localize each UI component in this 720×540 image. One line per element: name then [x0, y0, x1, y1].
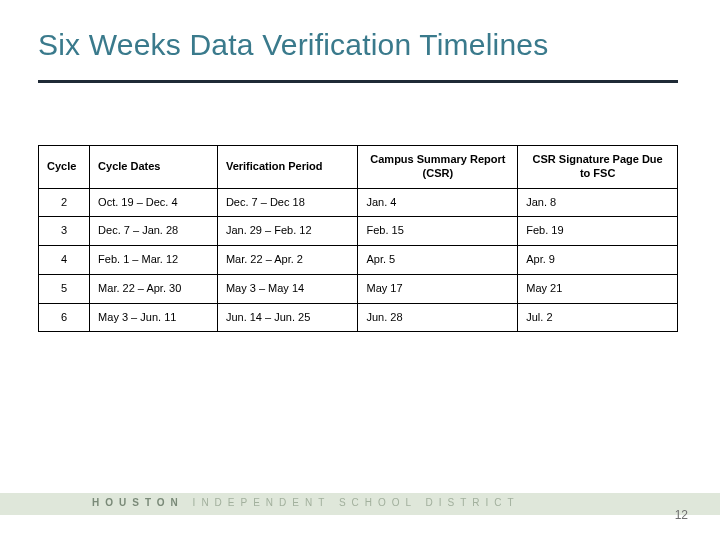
- cell-verification: Dec. 7 – Dec 18: [217, 188, 358, 217]
- header-cycle: Cycle: [39, 146, 90, 189]
- cell-dates: Oct. 19 – Dec. 4: [90, 188, 218, 217]
- cell-sig: Apr. 9: [518, 246, 678, 275]
- cell-verification: Jan. 29 – Feb. 12: [217, 217, 358, 246]
- title-divider: [38, 80, 678, 83]
- header-csr-signature: CSR Signature Page Due to FSC: [518, 146, 678, 189]
- footer-brand-dark: HOUSTON: [92, 497, 184, 508]
- cell-verification: Jun. 14 – Jun. 25: [217, 303, 358, 332]
- cell-cycle: 2: [39, 188, 90, 217]
- cell-sig: Jul. 2: [518, 303, 678, 332]
- timeline-table: Cycle Cycle Dates Verification Period Ca…: [38, 145, 678, 332]
- footer-brand: HOUSTON INDEPENDENT SCHOOL DISTRICT: [92, 497, 520, 508]
- page-title: Six Weeks Data Verification Timelines: [38, 28, 548, 62]
- cell-verification: May 3 – May 14: [217, 274, 358, 303]
- footer-bar: HOUSTON INDEPENDENT SCHOOL DISTRICT: [0, 493, 720, 515]
- table-row: 2 Oct. 19 – Dec. 4 Dec. 7 – Dec 18 Jan. …: [39, 188, 678, 217]
- header-cycle-dates: Cycle Dates: [90, 146, 218, 189]
- table-row: 3 Dec. 7 – Jan. 28 Jan. 29 – Feb. 12 Feb…: [39, 217, 678, 246]
- cell-csr: Feb. 15: [358, 217, 518, 246]
- cell-csr: May 17: [358, 274, 518, 303]
- cell-dates: Mar. 22 – Apr. 30: [90, 274, 218, 303]
- cell-dates: May 3 – Jun. 11: [90, 303, 218, 332]
- cell-cycle: 6: [39, 303, 90, 332]
- cell-verification: Mar. 22 – Apr. 2: [217, 246, 358, 275]
- table-row: 5 Mar. 22 – Apr. 30 May 3 – May 14 May 1…: [39, 274, 678, 303]
- header-verification-period: Verification Period: [217, 146, 358, 189]
- header-csr: Campus Summary Report (CSR): [358, 146, 518, 189]
- cell-sig: Feb. 19: [518, 217, 678, 246]
- cell-cycle: 4: [39, 246, 90, 275]
- cell-sig: May 21: [518, 274, 678, 303]
- timeline-table-wrap: Cycle Cycle Dates Verification Period Ca…: [38, 145, 678, 332]
- cell-dates: Feb. 1 – Mar. 12: [90, 246, 218, 275]
- table-row: 6 May 3 – Jun. 11 Jun. 14 – Jun. 25 Jun.…: [39, 303, 678, 332]
- table-header-row: Cycle Cycle Dates Verification Period Ca…: [39, 146, 678, 189]
- cell-cycle: 3: [39, 217, 90, 246]
- table-row: 4 Feb. 1 – Mar. 12 Mar. 22 – Apr. 2 Apr.…: [39, 246, 678, 275]
- footer-brand-light: INDEPENDENT SCHOOL DISTRICT: [184, 497, 520, 508]
- slide: Six Weeks Data Verification Timelines Cy…: [0, 0, 720, 540]
- cell-csr: Jun. 28: [358, 303, 518, 332]
- cell-csr: Jan. 4: [358, 188, 518, 217]
- cell-sig: Jan. 8: [518, 188, 678, 217]
- cell-cycle: 5: [39, 274, 90, 303]
- cell-dates: Dec. 7 – Jan. 28: [90, 217, 218, 246]
- page-number: 12: [675, 508, 688, 522]
- cell-csr: Apr. 5: [358, 246, 518, 275]
